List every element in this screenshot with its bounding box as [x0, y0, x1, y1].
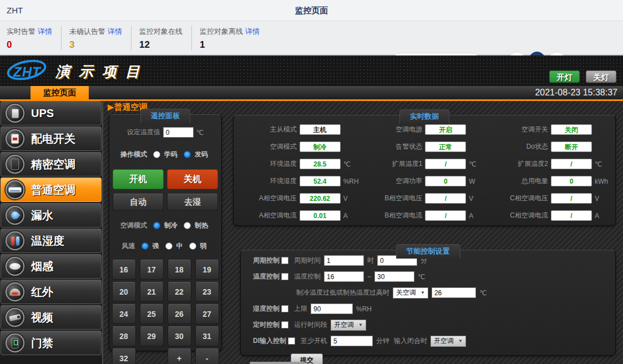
cycle-control-checkbox[interactable] — [281, 257, 288, 264]
temp-range-label: 温度控制 — [294, 272, 321, 281]
temp-button-21[interactable]: 21 — [140, 282, 164, 302]
light-on-button[interactable]: 开灯 — [549, 70, 580, 83]
threshold-temp-input[interactable] — [432, 287, 476, 298]
sidebar-item-temp-humidity[interactable]: 温湿度 — [1, 229, 102, 253]
sidebar-item-label: 烟感 — [31, 259, 53, 274]
humidity-limit-input[interactable] — [311, 304, 353, 314]
min-runtime-input[interactable] — [331, 336, 373, 346]
stat-label: 监控对象离线 — [200, 27, 243, 36]
rt-value: 28.5 — [300, 159, 341, 169]
sidebar-item-smoke[interactable]: 烟感 — [1, 254, 102, 279]
detail-link[interactable]: 详情 — [245, 27, 260, 36]
fan-strong-radio[interactable] — [141, 242, 149, 250]
tab-monitoring-page[interactable]: 监控页面 — [31, 86, 89, 99]
op-mode-learn-radio[interactable] — [153, 151, 160, 158]
stat-value: 1 — [200, 39, 260, 50]
select-value: 关空调 — [396, 288, 416, 297]
detail-link[interactable]: 详情 — [108, 27, 122, 36]
ac-mode-heat-radio[interactable] — [184, 222, 191, 229]
ac-mode-cool-radio[interactable] — [153, 222, 160, 229]
temp-button-27[interactable]: 27 — [195, 304, 219, 324]
rt-unit: ℃ — [592, 160, 611, 168]
temp-button-25[interactable]: 25 — [140, 304, 164, 324]
input-closed-select[interactable]: 开空调▼ — [430, 336, 466, 347]
sidebar-item-video[interactable]: 视频 — [1, 305, 102, 330]
temp-button-16[interactable]: 16 — [112, 260, 136, 280]
rt-cell-total-energy: 总用电量0kWh — [485, 176, 611, 186]
rt-cell-phase-b-voltage: B相空调电压/V — [359, 193, 485, 204]
threshold-action-select[interactable]: 关空调▼ — [393, 287, 428, 299]
cycle-control-label: 周期控制 — [253, 256, 280, 265]
temp-button-32[interactable]: 32 — [112, 348, 136, 364]
temp-button-29[interactable]: 29 — [140, 326, 164, 346]
ac-mode-cool-label: 制冷 — [164, 221, 178, 230]
power-off-button[interactable]: 关机 — [167, 169, 218, 189]
rt-label: B相空调电压 — [359, 194, 426, 203]
fan-weak-radio[interactable] — [189, 242, 196, 250]
rt-value: / — [425, 193, 466, 204]
temp-button-24[interactable]: 24 — [112, 304, 136, 324]
temp-control-checkbox[interactable] — [281, 273, 288, 280]
dehumidify-button[interactable]: 去湿 — [167, 194, 218, 211]
detail-link[interactable]: 详情 — [38, 27, 52, 36]
ups-icon — [6, 104, 24, 123]
sidebar-item-ups[interactable]: UPS — [1, 101, 102, 125]
temp-button-31[interactable]: 31 — [195, 326, 219, 346]
sidebar-item-precision-ac[interactable]: 精密空调 — [1, 152, 102, 176]
sidebar-item-access-control[interactable]: 门禁 — [1, 331, 102, 355]
hour-unit: 时 — [367, 256, 374, 265]
tab-bar: 监控页面 2021-08-23 15:38:37 — [0, 86, 623, 101]
temp-button-26[interactable]: 26 — [168, 304, 191, 324]
rt-label: Do状态 — [485, 142, 551, 151]
sidebar-item-label: 红外 — [31, 285, 53, 300]
light-off-button[interactable]: 关灯 — [586, 70, 616, 83]
temp-button-30[interactable]: 30 — [168, 326, 191, 346]
sidebar-item-water-leak[interactable]: 漏水 — [1, 203, 102, 228]
op-mode-send-radio[interactable] — [184, 151, 191, 158]
temp-button-17[interactable]: 17 — [140, 260, 164, 280]
temp-max-input[interactable] — [374, 271, 414, 282]
horizontal-scrollbar[interactable] — [250, 362, 305, 364]
temp-control-label: 温度控制 — [253, 272, 280, 281]
current-timestamp: 2021-08-23 15:38:37 — [535, 88, 617, 98]
di-control-checkbox[interactable] — [288, 337, 295, 345]
temp-minus-button[interactable]: - — [195, 348, 219, 364]
celsius-unit: ℃ — [418, 273, 425, 281]
auto-button[interactable]: 自动 — [113, 194, 164, 211]
humidity-control-row: 湿度控制 上限 %RH — [253, 303, 615, 315]
temp-button-20[interactable]: 20 — [112, 282, 136, 302]
temp-button-18[interactable]: 18 — [168, 260, 191, 280]
cycle-hour-input[interactable] — [324, 255, 364, 266]
temp-plus-button[interactable]: + — [168, 348, 191, 364]
sidebar-item-infrared[interactable]: 红外 — [1, 280, 102, 304]
rt-unit: kWh — [592, 178, 611, 185]
remote-control-panel: 遥控面板 设定温度值 ℃ 操作模式 学码 发码 开机 关机 — [109, 114, 222, 351]
temp-button-23[interactable]: 23 — [195, 282, 219, 302]
fan-medium-radio[interactable] — [165, 242, 173, 250]
temp-threshold-row: 制冷温度过低或制热温度过高时 关空调▼ ℃ — [296, 287, 615, 299]
rt-unit: V — [466, 195, 485, 203]
stat-value: 0 — [7, 39, 52, 50]
temp-button-28[interactable]: 28 — [112, 326, 136, 346]
run-period-select[interactable]: 开空调▼ — [331, 320, 366, 331]
rt-unit: A — [341, 212, 359, 220]
humidity-control-label: 湿度控制 — [253, 304, 280, 314]
rt-cell-phase-b-current: B相空调电流/A — [359, 210, 485, 221]
power-on-button[interactable]: 开机 — [113, 169, 164, 189]
timer-control-checkbox[interactable] — [281, 321, 288, 328]
di-input-control-row: DI输入控制 至少开机 分钟 输入闭合时 开空调▼ — [253, 335, 615, 347]
content-area: UPS 配电开关 精密空调 普通空调 漏水 温湿度 — [0, 101, 623, 364]
fan-strong-label: 强 — [153, 241, 159, 251]
rh-unit: %RH — [356, 305, 372, 313]
rt-label: 空调模式 — [234, 142, 300, 151]
device-sidebar: UPS 配电开关 精密空调 普通空调 漏水 温湿度 — [0, 101, 103, 364]
humidity-control-checkbox[interactable] — [281, 305, 288, 312]
temp-min-input[interactable] — [324, 271, 364, 282]
sidebar-item-power-switch[interactable]: 配电开关 — [1, 127, 102, 151]
set-temp-input[interactable] — [163, 127, 194, 138]
door-access-icon — [6, 333, 24, 352]
temp-button-22[interactable]: 22 — [168, 282, 191, 302]
temp-button-19[interactable]: 19 — [195, 260, 219, 280]
rt-unit: V — [341, 195, 359, 203]
sidebar-item-normal-ac[interactable]: 普通空调 — [1, 178, 102, 202]
